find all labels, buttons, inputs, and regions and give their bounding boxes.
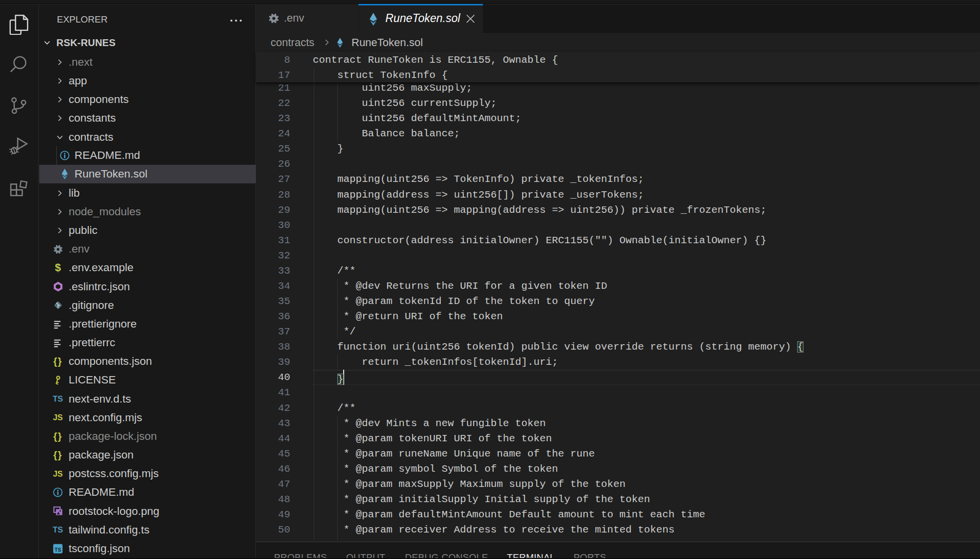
svg-text:TS: TS <box>54 547 61 553</box>
